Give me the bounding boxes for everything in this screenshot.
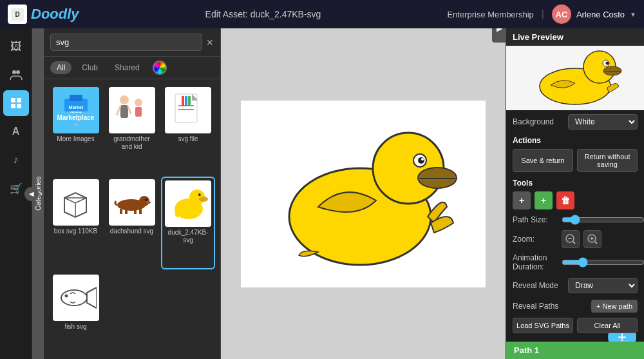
path1-bar[interactable]: Path 1 bbox=[506, 342, 644, 359]
list-item[interactable]: Market place Marketplace → More Images bbox=[49, 84, 102, 174]
svg-rect-17 bbox=[135, 107, 142, 117]
delete-tool-button[interactable]: 🗑 bbox=[556, 191, 574, 209]
svg-text:Market: Market bbox=[68, 105, 83, 110]
live-preview-image bbox=[506, 46, 644, 110]
new-path-button[interactable]: + New path bbox=[591, 300, 638, 313]
asset-label: svg file bbox=[178, 135, 198, 143]
svg-rect-7 bbox=[17, 104, 21, 108]
asset-label: fish svg bbox=[65, 323, 87, 331]
add-path-icon-button[interactable]: + bbox=[513, 191, 531, 209]
svg-point-3 bbox=[16, 70, 20, 74]
avatar: AC bbox=[552, 5, 571, 24]
svg-line-64 bbox=[595, 242, 597, 244]
svg-rect-34 bbox=[134, 209, 137, 214]
right-panel: ▶ Live Preview Backgr bbox=[506, 28, 644, 359]
svg-point-16 bbox=[135, 99, 142, 106]
list-item[interactable]: box svg 110KB bbox=[49, 177, 102, 269]
svg-rect-9 bbox=[70, 95, 82, 101]
return-no-save-button[interactable]: Return without saving bbox=[577, 149, 638, 172]
svg-point-57 bbox=[606, 61, 609, 64]
svg-rect-6 bbox=[11, 104, 15, 108]
svg-marker-26 bbox=[64, 198, 86, 203]
filter-tab-club[interactable]: Club bbox=[75, 61, 104, 74]
actions-label: Actions bbox=[506, 133, 644, 146]
right-panel-toggle-button[interactable]: ▶ bbox=[492, 28, 506, 43]
reveal-mode-select[interactable]: Draw Fade None bbox=[568, 278, 638, 293]
clear-all-button[interactable]: Clear All bbox=[577, 318, 638, 333]
svg-rect-4 bbox=[11, 98, 15, 102]
list-item[interactable]: duck_2.47KB-svg bbox=[161, 177, 215, 269]
load-svg-paths-button[interactable]: Load SVG Paths bbox=[513, 318, 573, 333]
sidebar-item-assets[interactable] bbox=[3, 90, 29, 116]
live-preview-label: Live Preview bbox=[506, 28, 644, 46]
list-item[interactable]: dachshund svg bbox=[105, 177, 158, 269]
svg-rect-33 bbox=[125, 209, 128, 214]
svg-point-38 bbox=[199, 197, 208, 202]
sidebar-item-text[interactable]: A bbox=[3, 119, 29, 144]
list-item[interactable]: grandmother and kid bbox=[105, 84, 158, 174]
collapse-panel-button[interactable]: ◀ bbox=[24, 187, 39, 201]
asset-thumb bbox=[109, 179, 155, 226]
svg-rect-22 bbox=[182, 96, 184, 106]
svg-marker-42 bbox=[87, 287, 97, 308]
svg-text:place: place bbox=[70, 110, 82, 113]
path-size-slider[interactable] bbox=[562, 215, 644, 225]
canvas-area bbox=[221, 28, 506, 359]
logo-text: Doodly bbox=[31, 6, 79, 23]
background-select[interactable]: White Black Transparent bbox=[568, 114, 638, 130]
filter-tab-shared[interactable]: Shared bbox=[108, 61, 146, 74]
background-row: Background White Black Transparent bbox=[506, 110, 644, 133]
chevron-down-icon: ▼ bbox=[630, 11, 636, 18]
marketplace-thumb: Market place Marketplace → bbox=[53, 87, 99, 133]
svg-point-31 bbox=[146, 201, 151, 204]
search-input[interactable] bbox=[50, 34, 202, 51]
page-title: Edit Asset: duck_2.47KB-svg bbox=[205, 9, 321, 19]
right-panel-inner: ▶ Live Preview Backgr bbox=[506, 28, 644, 359]
svg-line-60 bbox=[573, 242, 575, 244]
topbar-right: Enterprise Membership | AC Arlene Costo … bbox=[447, 5, 636, 24]
tools-label: Tools bbox=[506, 176, 644, 189]
zoom-in-button[interactable] bbox=[583, 230, 601, 248]
logo-icon: D bbox=[8, 5, 27, 24]
membership-label: Enterprise Membership bbox=[447, 10, 533, 19]
reveal-paths-label: Reveal Paths bbox=[513, 302, 558, 311]
path-size-label: Path Size: bbox=[513, 215, 558, 224]
svg-point-2 bbox=[12, 70, 16, 74]
svg-line-15 bbox=[128, 106, 131, 114]
path-size-row: Path Size: 2 bbox=[506, 212, 644, 228]
asset-thumb bbox=[109, 87, 155, 133]
reveal-mode-row: Reveal Mode Draw Fade None bbox=[506, 274, 644, 297]
zoom-out-button[interactable] bbox=[562, 230, 580, 248]
user-menu[interactable]: AC Arlene Costo ▼ bbox=[552, 5, 636, 24]
asset-thumb bbox=[165, 87, 211, 133]
svg-line-14 bbox=[117, 106, 120, 115]
canvas-white bbox=[241, 101, 486, 287]
zoom-label: Zoom: bbox=[513, 235, 558, 244]
left-nav: 🖼 A ♪ 🛒 ◀ bbox=[0, 28, 32, 359]
sidebar-item-people[interactable] bbox=[3, 62, 29, 88]
save-return-button[interactable]: Save & return bbox=[513, 149, 573, 172]
list-item[interactable]: svg file bbox=[161, 84, 215, 174]
color-filter-button[interactable] bbox=[153, 61, 167, 75]
actions-row: Save & return Return without saving bbox=[506, 146, 644, 176]
svg-point-49 bbox=[418, 157, 424, 164]
animation-duration-slider[interactable] bbox=[562, 257, 644, 267]
reveal-paths-row: Reveal Paths + New path bbox=[506, 297, 644, 315]
list-item[interactable]: fish svg bbox=[49, 272, 102, 354]
zoom-row: Zoom: bbox=[506, 228, 644, 251]
sidebar-item-audio[interactable]: ♪ bbox=[3, 147, 29, 173]
asset-thumb bbox=[53, 179, 99, 226]
confirm-tool-button[interactable]: + bbox=[535, 191, 553, 209]
preview-duck bbox=[524, 48, 627, 109]
search-clear-icon[interactable]: ✕ bbox=[206, 37, 214, 48]
svg-rect-13 bbox=[120, 105, 128, 118]
topbar: D Doodly Edit Asset: duck_2.47KB-svg Ent… bbox=[0, 0, 644, 28]
svg-rect-24 bbox=[188, 96, 191, 106]
svg-point-43 bbox=[65, 295, 68, 298]
svg-point-40 bbox=[200, 193, 201, 195]
sidebar-item-images[interactable]: 🖼 bbox=[3, 34, 29, 59]
filter-tabs: All Club Shared bbox=[44, 57, 220, 79]
asset-label: More Images bbox=[57, 135, 94, 143]
filter-tab-all[interactable]: All bbox=[50, 61, 71, 74]
asset-grid: Market place Marketplace → More Images bbox=[44, 79, 220, 359]
